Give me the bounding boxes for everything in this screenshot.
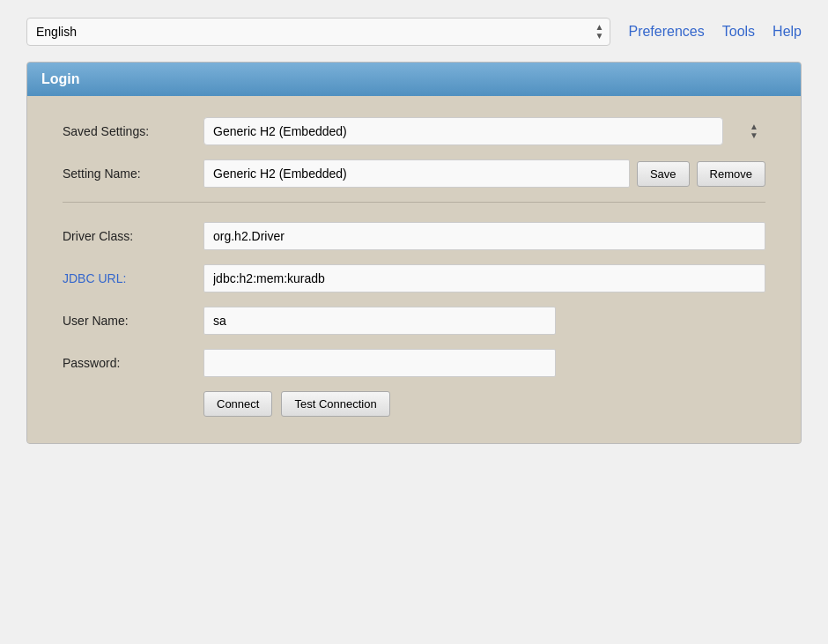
jdbc-url-input[interactable]: [203, 264, 765, 292]
driver-class-row: Driver Class:: [63, 222, 765, 250]
panel-title: Login: [41, 71, 80, 86]
nav-preferences[interactable]: Preferences: [628, 24, 704, 40]
saved-settings-row: Saved Settings: Generic H2 (Embedded)Gen…: [63, 117, 765, 145]
saved-settings-arrow-icon: ▲ ▼: [750, 122, 758, 140]
language-selector-wrapper: EnglishFrenchGermanSpanishJapanese ▲ ▼: [26, 18, 610, 46]
saved-settings-select[interactable]: Generic H2 (Embedded)Generic H2 (Server)…: [203, 117, 723, 145]
panel-body: Saved Settings: Generic H2 (Embedded)Gen…: [27, 96, 801, 443]
setting-name-label: Setting Name:: [63, 167, 203, 181]
setting-name-input[interactable]: [203, 159, 630, 188]
nav-help[interactable]: Help: [773, 24, 802, 40]
top-bar: EnglishFrenchGermanSpanishJapanese ▲ ▼ P…: [26, 18, 802, 46]
language-select[interactable]: EnglishFrenchGermanSpanishJapanese: [26, 18, 610, 46]
password-input[interactable]: [203, 349, 556, 377]
password-label: Password:: [63, 356, 203, 370]
username-label: User Name:: [63, 314, 203, 328]
save-button[interactable]: Save: [637, 161, 690, 187]
remove-button[interactable]: Remove: [697, 161, 765, 187]
login-panel: Login Saved Settings: Generic H2 (Embedd…: [26, 62, 802, 444]
jdbc-url-row: JDBC URL:: [63, 264, 765, 292]
password-row: Password:: [63, 349, 765, 377]
jdbc-url-label[interactable]: JDBC URL:: [63, 271, 203, 285]
saved-settings-label: Saved Settings:: [63, 124, 203, 138]
driver-class-label: Driver Class:: [63, 229, 203, 243]
connect-row: Connect Test Connection: [63, 391, 765, 417]
driver-class-input[interactable]: [203, 222, 765, 250]
username-row: User Name:: [63, 307, 765, 335]
connect-button[interactable]: Connect: [203, 391, 272, 417]
setting-name-group: Save Remove: [203, 159, 765, 188]
test-connection-button[interactable]: Test Connection: [281, 391, 389, 417]
nav-tools[interactable]: Tools: [722, 24, 755, 40]
setting-name-row: Setting Name: Save Remove: [63, 159, 765, 188]
saved-settings-select-wrapper: Generic H2 (Embedded)Generic H2 (Server)…: [203, 117, 765, 145]
divider: [63, 202, 765, 203]
panel-header: Login: [27, 63, 801, 96]
username-input[interactable]: [203, 307, 556, 335]
